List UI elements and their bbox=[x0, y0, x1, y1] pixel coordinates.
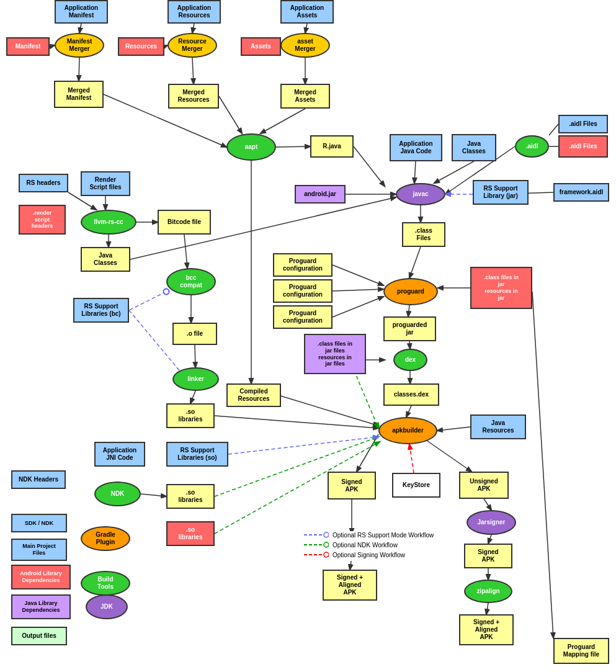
svg-line-55 bbox=[141, 494, 166, 496]
aapt-tool: aapt bbox=[226, 133, 276, 161]
svg-line-26 bbox=[409, 247, 421, 278]
svg-point-67 bbox=[324, 532, 329, 537]
svg-line-54 bbox=[190, 391, 195, 403]
proguard-config3: Proguardconfiguration bbox=[273, 305, 333, 329]
merged-manifest: MergedManifest bbox=[54, 81, 104, 108]
svg-line-40 bbox=[427, 441, 471, 472]
unsigned-apk: UnsignedAPK bbox=[459, 472, 509, 499]
svg-line-35 bbox=[406, 406, 411, 417]
gradle-plugin: GradlePlugin bbox=[81, 526, 130, 551]
rs-support-so: RS SupportLibraries (so) bbox=[166, 442, 228, 467]
svg-line-4 bbox=[50, 45, 55, 47]
svg-line-59 bbox=[228, 437, 378, 454]
svg-line-65 bbox=[532, 292, 553, 638]
resources-box: Resources bbox=[118, 37, 164, 56]
asset-merger: assetMerger bbox=[280, 33, 330, 58]
app-java-code: ApplicationJava Code bbox=[390, 134, 442, 161]
svg-line-39 bbox=[357, 434, 378, 472]
svg-line-22 bbox=[434, 161, 474, 183]
svg-line-46 bbox=[486, 603, 488, 614]
android-lib-deps: Android LibraryDependencies bbox=[11, 565, 71, 589]
build-tools: BuildTools bbox=[81, 571, 130, 596]
signed-apk2: SignedAPK bbox=[464, 544, 512, 568]
jarsigner-tool: Jarsigner bbox=[466, 510, 516, 535]
rs-support-bc: RS SupportLibraries (bc) bbox=[73, 298, 129, 323]
svg-line-29 bbox=[333, 297, 383, 317]
signed-aligned2: Signed +AlignedAPK bbox=[459, 614, 514, 645]
java-resources: JavaResources bbox=[470, 414, 526, 439]
proguard-tool: proguard bbox=[383, 278, 438, 305]
legend-item-ndk: Optional NDK Workflow bbox=[304, 541, 434, 549]
svg-line-13 bbox=[219, 96, 242, 133]
framework-aidl: framework.aidl bbox=[553, 183, 609, 202]
so-libraries2: .solibraries bbox=[166, 484, 215, 509]
resource-merger: ResourceMerger bbox=[167, 33, 217, 58]
legend-item-sign: Optional Signing Workflow bbox=[304, 551, 434, 558]
proguard-config2: Proguardconfiguration bbox=[273, 279, 333, 303]
svg-line-53 bbox=[195, 345, 195, 367]
rs-support-jar: RS SupportLibrary (jar) bbox=[473, 180, 529, 205]
output-files-label: Output files bbox=[11, 627, 67, 645]
bitcode-file: Bitcode file bbox=[158, 210, 211, 235]
assets-box: Assets bbox=[241, 37, 281, 56]
svg-line-38 bbox=[215, 416, 378, 428]
zipalign2-tool: zipalign bbox=[464, 580, 512, 603]
javac-tool: javac bbox=[396, 183, 445, 205]
svg-line-36 bbox=[279, 395, 378, 426]
svg-line-9 bbox=[305, 24, 307, 33]
app-assets-top: ApplicationAssets bbox=[280, 0, 334, 24]
so-libraries1: .solibraries bbox=[166, 403, 215, 428]
bcc-compat: bcccompat bbox=[166, 268, 216, 295]
svg-line-37 bbox=[437, 427, 470, 431]
proguarded-jar: proguardedjar bbox=[383, 316, 436, 341]
render-script-headers: .renderscriptheaders bbox=[19, 205, 66, 235]
app-jni-code: ApplicationJNI Code bbox=[94, 442, 145, 467]
legend: Optional RS Support Mode Workflow Option… bbox=[304, 531, 434, 561]
main-project-label: Main ProjectFiles bbox=[11, 539, 67, 561]
svg-line-28 bbox=[333, 289, 383, 291]
aidl-tool: .aidl bbox=[515, 135, 549, 158]
svg-line-5 bbox=[79, 58, 79, 81]
jdk-tool: JDK bbox=[86, 594, 128, 619]
svg-line-23 bbox=[354, 146, 385, 186]
svg-point-71 bbox=[324, 552, 329, 557]
keystore: KeyStore bbox=[392, 473, 440, 498]
svg-line-57 bbox=[129, 292, 166, 310]
svg-line-3 bbox=[79, 24, 81, 33]
merged-resources: MergedResources bbox=[168, 84, 219, 109]
ndk-tool: NDK bbox=[94, 482, 141, 506]
svg-line-31 bbox=[409, 341, 410, 349]
class-files: .classFiles bbox=[402, 222, 445, 247]
aidl-files-right: .aidl Files bbox=[558, 115, 608, 133]
svg-line-30 bbox=[408, 305, 409, 316]
legend-line-rs bbox=[304, 531, 329, 539]
o-file: .o file bbox=[172, 323, 217, 345]
java-lib-deps: Java LibraryDependencies bbox=[11, 594, 71, 619]
legend-line-sign bbox=[304, 551, 329, 558]
legend-item-rs: Optional RS Support Mode Workflow bbox=[304, 531, 434, 539]
manifest-box: Manifest bbox=[6, 37, 50, 56]
so-libraries3: .solibraries bbox=[166, 521, 215, 546]
svg-line-15 bbox=[276, 146, 310, 147]
classes-dex: classes.dex bbox=[383, 383, 439, 406]
proguard-config1: Proguardconfiguration bbox=[273, 253, 333, 277]
dex-tool: dex bbox=[393, 349, 427, 371]
svg-line-27 bbox=[333, 265, 383, 285]
svg-line-44 bbox=[488, 535, 491, 544]
diagram-container: ApplicationManifest ApplicationResources… bbox=[0, 0, 616, 672]
java-classes-top: JavaClasses bbox=[452, 134, 496, 161]
compiled-resources: CompiledResources bbox=[226, 383, 281, 407]
r-java: R.java bbox=[310, 135, 354, 158]
signed-apk1: SignedAPK bbox=[328, 472, 376, 500]
legend-line-ndk bbox=[304, 541, 329, 549]
rs-headers: RS headers bbox=[19, 174, 68, 192]
android-jar: android.jar bbox=[295, 185, 346, 204]
llvm-rs-cc: llvm-rs-cc bbox=[81, 210, 136, 235]
svg-point-69 bbox=[324, 542, 329, 547]
proguard-mapping: ProguardMapping file bbox=[553, 638, 609, 664]
app-manifest-top: ApplicationManifest bbox=[55, 0, 108, 24]
svg-line-8 bbox=[192, 58, 194, 84]
signed-aligned1: Signed +AlignedAPK bbox=[323, 570, 377, 601]
svg-line-6 bbox=[192, 24, 194, 33]
svg-line-17 bbox=[549, 124, 558, 135]
